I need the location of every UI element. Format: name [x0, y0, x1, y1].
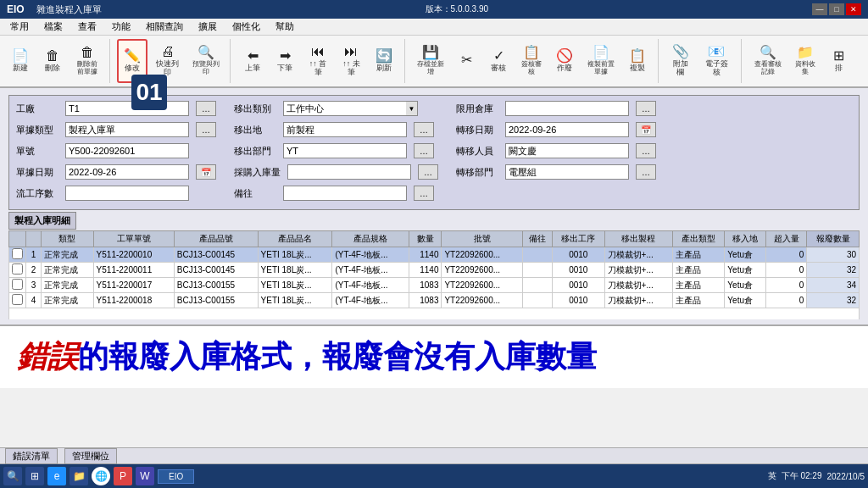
delete-prev-button[interactable]: 🗑 刪除前前單據 [70, 39, 104, 83]
purchase-wh-input[interactable] [287, 164, 411, 180]
order-date-btn[interactable]: 📅 [196, 164, 216, 180]
process-input[interactable] [65, 186, 189, 201]
first-button[interactable]: ⏮ ↑↑ 首筆 [302, 39, 333, 83]
taskbar-ppt-icon[interactable]: P [114, 467, 132, 485]
menu-expand[interactable]: 擴展 [192, 19, 224, 35]
origin-input[interactable] [283, 122, 407, 137]
move-type-dropdown[interactable]: ▼ [406, 101, 418, 116]
move-dept-input[interactable] [283, 143, 407, 158]
menu-file[interactable]: 檔案 [37, 19, 70, 35]
copy-button[interactable]: 📋 複製 [622, 39, 653, 83]
row-over: 0 [765, 293, 806, 308]
next-button[interactable]: ➡ 下筆 [270, 39, 300, 83]
approve-button[interactable]: ✓ 審核 [483, 39, 514, 83]
maximize-button[interactable]: □ [829, 3, 844, 15]
limit-wh-btn[interactable]: … [636, 101, 656, 116]
prev-button[interactable]: ⬅ 上筆 [237, 39, 268, 83]
form-area: 工廠 … 單據類型 … 單號 單據日期 📅 [8, 95, 860, 210]
form-row-process: 流工序數 [16, 186, 216, 201]
manage-cols-button[interactable]: 管理欄位 [64, 448, 117, 464]
table-row[interactable]: 1 正常完成 Y511-2200010 BCJ13-C00145 YETI 18… [9, 247, 860, 263]
row-partno: BCJ13-C00145 [174, 263, 258, 278]
table-body: 1 正常完成 Y511-2200010 BCJ13-C00145 YETI 18… [9, 247, 860, 320]
row-wo: Y511-2200017 [93, 278, 174, 293]
sign-approve-button[interactable]: 📋 簽核審核 [515, 39, 547, 83]
order-no-input[interactable] [65, 143, 189, 158]
minimize-button[interactable]: — [812, 3, 827, 15]
e-sign-button[interactable]: 📧 電子簽核 [698, 39, 736, 83]
taskbar-word-icon[interactable]: W [136, 467, 154, 485]
approve-icon: ✓ [493, 49, 504, 63]
error-list-button[interactable]: 錯誤清單 [5, 448, 58, 464]
taskbar-chrome-icon[interactable]: 🌐 [92, 467, 110, 485]
move-type-combo: ▼ [283, 101, 418, 116]
row-checkbox[interactable] [12, 263, 23, 274]
new-button[interactable]: 📄 新建 [5, 39, 36, 83]
table-row[interactable]: 2 正常完成 Y511-2200011 BCJ13-C00145 YETI 18… [9, 263, 860, 278]
menu-related[interactable]: 相關查詢 [139, 19, 190, 35]
attach-col-button[interactable]: 📎 附加欄 [665, 39, 696, 83]
row-checkbox[interactable] [12, 248, 23, 259]
void-button[interactable]: 🚫 作廢 [549, 39, 580, 83]
move-dept-btn[interactable]: … [414, 143, 434, 158]
error-text-blue: 的報廢入庫格式，報廢會沒有入庫數量 [78, 336, 597, 378]
menu-common[interactable]: 常用 [3, 19, 36, 35]
row-over: 0 [765, 263, 806, 278]
taskbar-app-button[interactable]: EIO [158, 469, 194, 484]
taskbar-browser-icon[interactable]: e [47, 467, 66, 485]
move-dept-label: 移出部門 [234, 145, 276, 158]
purchase-wh-btn[interactable]: … [418, 164, 438, 180]
transfer-dept-label: 轉移部門 [456, 166, 498, 179]
col-qty: 數量 [409, 231, 442, 247]
form-section: 工廠 … 單據類型 … 單號 單據日期 📅 [16, 101, 852, 204]
sign-approve-label: 簽核審核 [520, 61, 542, 76]
transfer-dept-input[interactable] [505, 164, 629, 180]
menu-help[interactable]: 幫助 [269, 19, 301, 35]
delete-button[interactable]: 🗑 刪除 [37, 39, 68, 83]
row-batch: YT22092600... [442, 278, 522, 293]
remark-input[interactable] [283, 186, 407, 201]
remark-btn[interactable]: … [414, 186, 434, 201]
copy-icon: 📋 [629, 49, 646, 63]
transfer-dept-btn[interactable]: … [636, 164, 656, 180]
taskbar-file-icon[interactable]: 📁 [70, 467, 88, 485]
sort-button[interactable]: ⊞ 排 [824, 39, 854, 83]
menu-personalize[interactable]: 個性化 [225, 19, 267, 35]
menu-function[interactable]: 功能 [105, 19, 137, 35]
menu-view[interactable]: 查看 [71, 19, 103, 35]
taskbar-search-icon[interactable]: 🔍 [3, 467, 22, 485]
factory-input[interactable] [65, 101, 189, 116]
error-banner: 錯誤 的報廢入庫格式，報廢會沒有入庫數量 [0, 324, 868, 388]
factory-btn[interactable]: … [196, 101, 216, 116]
row-out-type: 主產品 [672, 247, 725, 263]
taskbar-windows-icon[interactable]: ⊞ [25, 467, 44, 485]
transfer-date-btn[interactable]: 📅 [636, 122, 656, 137]
col-scrap: 報廢數量 [807, 231, 860, 247]
move-type-input[interactable] [283, 101, 406, 116]
last-button[interactable]: ⏭ ↑↑ 未筆 [336, 39, 367, 83]
preview-print-button[interactable]: 🔍 預覽與列印 [187, 39, 225, 83]
copy-prev-button[interactable]: 📄 複製前置單據 [581, 39, 620, 83]
table-row[interactable]: 3 正常完成 Y511-2200017 BCJ13-C00155 YETI 18… [9, 278, 860, 293]
table-row[interactable]: 4 正常完成 Y511-2200018 BCJ13-C00155 YETI 18… [9, 293, 860, 308]
order-date-input[interactable] [65, 164, 189, 180]
transfer-person-input[interactable] [505, 143, 629, 158]
cut-button[interactable]: ✂ [451, 39, 481, 83]
table-scroll[interactable]: 類型 工單單號 產品品號 產品品名 產品規格 數量 批號 備往 移出工序 移出製… [8, 230, 860, 319]
row-checkbox[interactable] [12, 279, 23, 290]
order-type-input[interactable] [65, 122, 189, 137]
origin-btn[interactable]: … [414, 122, 434, 137]
col-out-process: 移出製程 [604, 231, 672, 247]
limit-wh-input[interactable] [505, 101, 629, 116]
close-button[interactable]: ✕ [846, 3, 861, 15]
data-collect-button[interactable]: 📁 資料收集 [789, 39, 822, 83]
transfer-person-btn[interactable]: … [636, 143, 656, 158]
refresh-button[interactable]: 🔄 刷新 [369, 39, 399, 83]
row-scrap: 32 [807, 293, 860, 308]
transfer-date-input[interactable] [505, 122, 629, 137]
taskbar-date: 2022/10/5 [827, 472, 865, 481]
save-new-button[interactable]: 💾 存檔並新增 [412, 39, 449, 83]
audit-log-button[interactable]: 🔍 查看審核記錄 [748, 39, 787, 83]
row-checkbox[interactable] [12, 294, 23, 305]
order-type-btn[interactable]: … [196, 122, 216, 137]
